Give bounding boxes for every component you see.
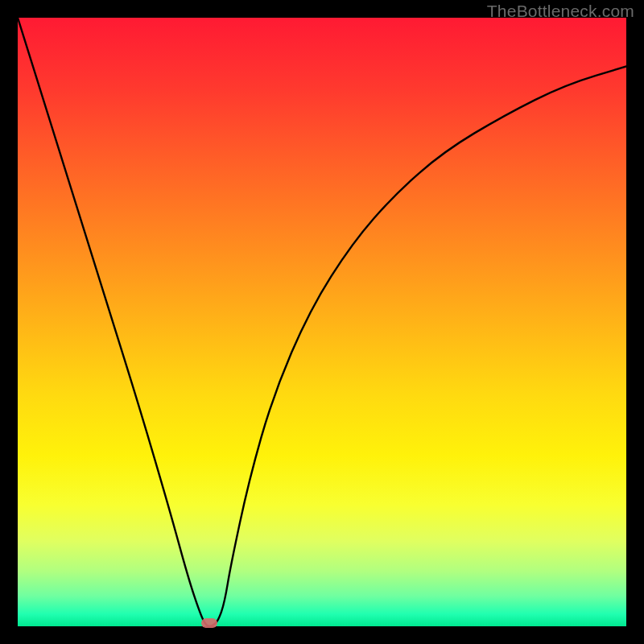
chart-plot-area xyxy=(18,18,626,626)
chart-curve xyxy=(18,18,626,626)
chart-minimum-marker xyxy=(201,618,217,628)
curve-path xyxy=(18,18,626,626)
